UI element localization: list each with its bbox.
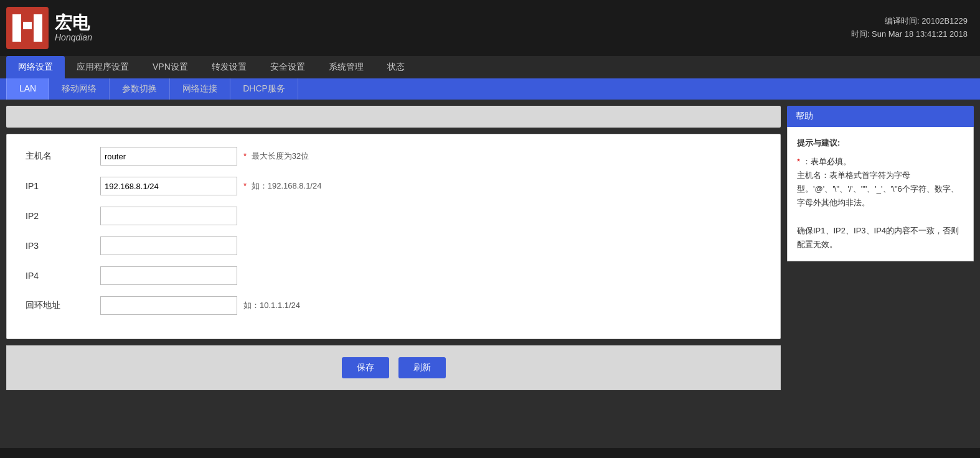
sub-nav: LAN 移动网络 参数切换 网络连接 DHCP服务 [0, 78, 980, 100]
form-row-loopback: 回环地址 如：10.1.1.1/24 [26, 296, 761, 315]
form-card: 主机名 * 最大长度为32位 IP1 * 如：192.168.8.1/24 IP… [6, 134, 781, 339]
label-ip1: IP1 [26, 181, 100, 191]
form-row-ip3: IP3 [26, 236, 761, 255]
form-row-ip4: IP4 [26, 266, 761, 285]
refresh-button[interactable]: 刷新 [398, 357, 446, 378]
required-star-hostname: * [243, 151, 247, 161]
input-ip2[interactable] [100, 207, 237, 225]
content-area: 主机名 * 最大长度为32位 IP1 * 如：192.168.8.1/24 IP… [0, 100, 980, 448]
label-loopback: 回环地址 [26, 300, 100, 311]
logo-sub-text: Honqdian [55, 32, 92, 42]
main-nav: 网络设置 应用程序设置 VPN设置 转发设置 安全设置 系统管理 状态 [0, 56, 980, 78]
sub-nav-item-dhcp[interactable]: DHCP服务 [230, 78, 298, 100]
current-time: 时间: Sun Mar 18 13:41:21 2018 [851, 28, 968, 41]
sub-nav-item-mobile[interactable]: 移动网络 [49, 78, 110, 100]
form-row-hostname: 主机名 * 最大长度为32位 [26, 147, 761, 166]
hint-text-ip1: 如：192.168.8.1/24 [252, 181, 322, 190]
input-ip1[interactable] [100, 177, 237, 195]
header-time: 编译时间: 20102B1229 时间: Sun Mar 18 13:41:21… [851, 15, 968, 41]
logo-icon [6, 7, 49, 49]
form-row-ip1: IP1 * 如：192.168.8.1/24 [26, 177, 761, 195]
main-nav-item-status[interactable]: 状态 [375, 56, 417, 78]
main-nav-item-system[interactable]: 系统管理 [317, 56, 375, 78]
label-ip3: IP3 [26, 241, 100, 251]
help-tip-3: 确保IP1、IP2、IP3、IP4的内容不一致，否则配置无效。 [797, 224, 964, 251]
label-ip4: IP4 [26, 271, 100, 281]
logo-main-text: 宏电 [55, 14, 92, 33]
top-bar [6, 106, 781, 128]
svg-rect-2 [23, 22, 32, 29]
main-nav-item-network[interactable]: 网络设置 [6, 56, 65, 78]
main-nav-item-app[interactable]: 应用程序设置 [65, 56, 141, 78]
sub-nav-item-params[interactable]: 参数切换 [110, 78, 170, 100]
main-nav-item-security[interactable]: 安全设置 [258, 56, 317, 78]
hint-hostname: * 最大长度为32位 [243, 151, 309, 162]
help-tip-2: 主机名：表单格式首字符为字母型。'@'、'\''、'/'、'"'、'_'、'\'… [797, 169, 964, 210]
input-loopback[interactable] [100, 296, 237, 315]
input-ip3[interactable] [100, 236, 237, 255]
form-row-ip2: IP2 [26, 207, 761, 225]
main-nav-item-forward[interactable]: 转发设置 [200, 56, 258, 78]
save-button[interactable]: 保存 [342, 357, 389, 378]
input-ip4[interactable] [100, 266, 237, 285]
help-title: 帮助 [787, 106, 974, 127]
main-panel: 主机名 * 最大长度为32位 IP1 * 如：192.168.8.1/24 IP… [6, 106, 781, 442]
label-ip2: IP2 [26, 211, 100, 221]
label-hostname: 主机名 [26, 151, 100, 162]
required-star-ip1: * [243, 181, 247, 190]
sub-nav-item-netconn[interactable]: 网络连接 [170, 78, 230, 100]
help-panel: 帮助 提示与建议: * ：表单必填。 主机名：表单格式首字符为字母型。'@'、'… [787, 106, 974, 442]
header: 宏电 Honqdian 编译时间: 20102B1229 时间: Sun Mar… [0, 0, 980, 56]
svg-rect-3 [34, 14, 42, 42]
buttons-bar: 保存 刷新 [6, 345, 781, 390]
logo-area: 宏电 Honqdian [6, 7, 92, 49]
help-tip-1-star: * [797, 157, 800, 166]
svg-rect-1 [12, 14, 21, 42]
sub-nav-item-lan[interactable]: LAN [6, 78, 49, 100]
main-nav-item-vpn[interactable]: VPN设置 [141, 56, 200, 78]
hint-ip1: * 如：192.168.8.1/24 [243, 180, 321, 192]
compile-time: 编译时间: 20102B1229 [851, 15, 968, 28]
logo-text-group: 宏电 Honqdian [55, 14, 92, 43]
help-body: 提示与建议: * ：表单必填。 主机名：表单格式首字符为字母型。'@'、'\''… [787, 127, 974, 261]
input-hostname[interactable] [100, 147, 237, 166]
help-tips-title: 提示与建议: [797, 136, 964, 150]
help-tip-1: * ：表单必填。 [797, 155, 964, 169]
hint-text-hostname: 最大长度为32位 [252, 151, 309, 161]
hint-loopback: 如：10.1.1.1/24 [243, 300, 300, 311]
